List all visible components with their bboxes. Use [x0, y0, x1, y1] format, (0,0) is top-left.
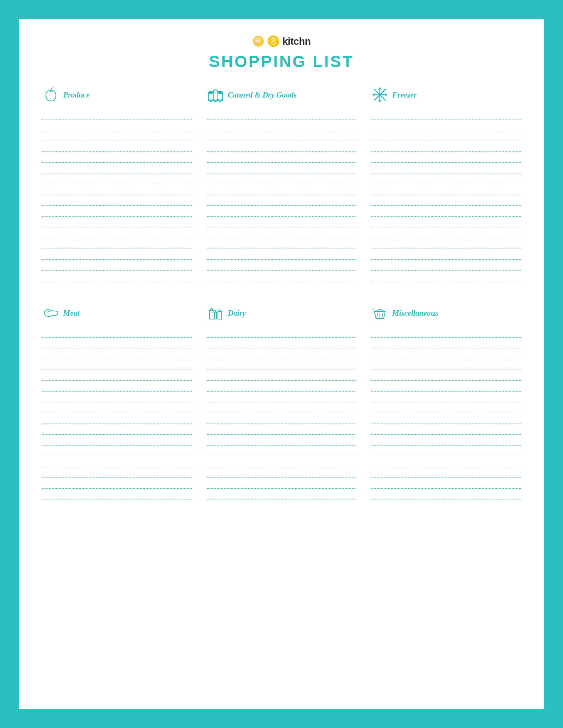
line[interactable]	[371, 184, 521, 195]
line[interactable]	[207, 119, 356, 130]
line[interactable]	[371, 381, 521, 392]
line[interactable]	[207, 271, 356, 281]
line[interactable]	[207, 195, 356, 206]
line[interactable]	[371, 413, 521, 424]
line[interactable]	[207, 402, 356, 413]
line[interactable]	[42, 109, 192, 119]
line[interactable]	[371, 402, 521, 413]
line[interactable]	[207, 152, 356, 163]
line[interactable]	[42, 206, 192, 217]
line[interactable]	[207, 238, 356, 249]
line[interactable]	[371, 152, 521, 163]
line[interactable]	[371, 489, 521, 499]
line[interactable]	[42, 152, 192, 163]
line[interactable]	[42, 217, 192, 227]
line[interactable]	[371, 195, 521, 206]
line[interactable]	[207, 370, 356, 381]
line[interactable]	[371, 370, 521, 381]
basket-icon	[371, 304, 388, 321]
line[interactable]	[42, 271, 192, 281]
line[interactable]	[42, 478, 192, 489]
line[interactable]	[207, 467, 356, 478]
line[interactable]	[371, 435, 521, 446]
line[interactable]	[42, 141, 192, 152]
svg-text:©: ©	[255, 39, 259, 44]
line[interactable]	[42, 327, 192, 338]
line[interactable]	[371, 119, 521, 130]
line[interactable]	[371, 173, 521, 184]
line[interactable]	[371, 478, 521, 489]
line[interactable]	[207, 489, 356, 499]
line[interactable]	[207, 446, 356, 456]
section-produce: Produce	[42, 86, 192, 281]
line[interactable]	[371, 392, 521, 402]
line[interactable]	[207, 435, 356, 446]
line[interactable]	[207, 381, 356, 392]
line[interactable]	[42, 238, 192, 249]
section-header-misc: Miscellaneous	[371, 304, 521, 321]
line[interactable]	[371, 227, 521, 238]
line[interactable]	[207, 109, 356, 119]
line[interactable]	[207, 359, 356, 370]
line[interactable]	[207, 260, 356, 271]
line[interactable]	[42, 260, 192, 271]
line[interactable]	[207, 338, 356, 348]
line[interactable]	[42, 424, 192, 435]
line[interactable]	[42, 381, 192, 392]
line[interactable]	[42, 348, 192, 359]
line[interactable]	[207, 173, 356, 184]
line[interactable]	[42, 338, 192, 348]
line[interactable]	[207, 217, 356, 227]
line[interactable]	[42, 446, 192, 456]
line[interactable]	[371, 249, 521, 260]
line[interactable]	[42, 392, 192, 402]
line[interactable]	[207, 130, 356, 141]
line[interactable]	[207, 424, 356, 435]
line[interactable]	[207, 327, 356, 338]
line[interactable]	[207, 456, 356, 467]
line[interactable]	[207, 163, 356, 173]
line[interactable]	[371, 467, 521, 478]
line[interactable]	[42, 370, 192, 381]
line[interactable]	[42, 119, 192, 130]
line[interactable]	[42, 402, 192, 413]
line[interactable]	[371, 271, 521, 281]
line[interactable]	[42, 227, 192, 238]
line[interactable]	[207, 249, 356, 260]
line[interactable]	[371, 217, 521, 227]
line[interactable]	[371, 109, 521, 119]
line[interactable]	[42, 173, 192, 184]
line[interactable]	[42, 163, 192, 173]
line[interactable]	[371, 260, 521, 271]
line[interactable]	[42, 130, 192, 141]
line[interactable]	[371, 327, 521, 338]
line[interactable]	[207, 206, 356, 217]
line[interactable]	[371, 238, 521, 249]
line[interactable]	[42, 456, 192, 467]
line[interactable]	[207, 141, 356, 152]
line[interactable]	[207, 184, 356, 195]
line[interactable]	[42, 249, 192, 260]
line[interactable]	[371, 338, 521, 348]
line[interactable]	[207, 413, 356, 424]
line[interactable]	[42, 195, 192, 206]
line[interactable]	[42, 467, 192, 478]
line[interactable]	[42, 489, 192, 499]
line[interactable]	[371, 206, 521, 217]
line[interactable]	[371, 141, 521, 152]
line[interactable]	[371, 130, 521, 141]
line[interactable]	[371, 359, 521, 370]
line[interactable]	[42, 359, 192, 370]
line[interactable]	[207, 348, 356, 359]
line[interactable]	[371, 456, 521, 467]
line[interactable]	[371, 446, 521, 456]
line[interactable]	[371, 424, 521, 435]
line[interactable]	[42, 184, 192, 195]
line[interactable]	[207, 227, 356, 238]
line[interactable]	[207, 478, 356, 489]
line[interactable]	[42, 435, 192, 446]
line[interactable]	[207, 392, 356, 402]
line[interactable]	[42, 413, 192, 424]
line[interactable]	[371, 348, 521, 359]
line[interactable]	[371, 163, 521, 173]
